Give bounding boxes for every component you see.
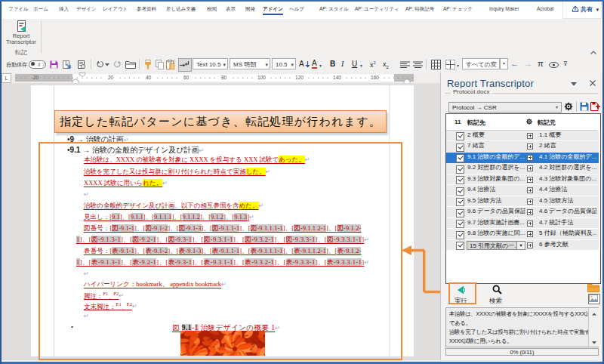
svg-text:60: 60 [183, 75, 190, 80]
svg-text:40: 40 [146, 75, 152, 80]
svg-text:120: 120 [295, 75, 304, 80]
svg-text:20: 20 [108, 75, 114, 80]
svg-text:80: 80 [221, 75, 227, 80]
svg-text:140: 140 [333, 75, 341, 80]
svg-text:160: 160 [371, 75, 379, 80]
svg-text:-20: -20 [32, 75, 39, 80]
svg-text:100: 100 [257, 75, 266, 80]
